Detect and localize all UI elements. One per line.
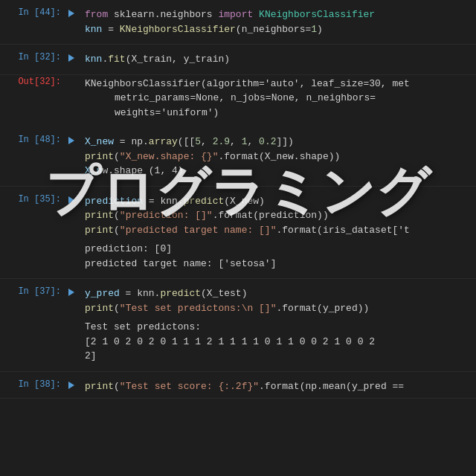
- run-button-44[interactable]: [67, 6, 80, 38]
- cell-label-38: In [38]:: [0, 378, 67, 396]
- cell-label-48: In [48]:: [0, 133, 67, 180]
- cell-content-35: prediction = knn.predict(X_new) print("p…: [80, 193, 476, 273]
- svg-marker-1: [68, 54, 74, 62]
- cell-label-37: In [37]:: [0, 285, 67, 365]
- run-button-38[interactable]: [67, 378, 80, 396]
- cell-content-44: from sklearn.neighbors import KNeighbors…: [80, 6, 476, 38]
- svg-marker-5: [68, 382, 74, 389]
- cell-label-44: In [44]:: [0, 6, 67, 38]
- output-32: Out[32]: KNeighborsClassifier(algorithm=…: [0, 75, 476, 128]
- svg-marker-4: [68, 289, 74, 296]
- cell-content-48: X_new = np.array([[5, 2.9, 1, 0.2]]) pri…: [80, 133, 476, 180]
- svg-marker-2: [68, 137, 74, 144]
- output-spacer-32: [67, 75, 80, 122]
- cell-48: In [48]: X_new = np.array([[5, 2.9, 1, 0…: [0, 127, 476, 187]
- output-content-32: KNeighborsClassifier(algorithm='auto', l…: [80, 75, 476, 122]
- output-label-32: Out[32]:: [0, 75, 67, 122]
- run-button-37[interactable]: [67, 285, 80, 365]
- cell-label-32: In [32]:: [0, 51, 67, 68]
- cell-35: In [35]: prediction = knn.predict(X_new)…: [0, 187, 476, 280]
- cell-label-35: In [35]:: [0, 193, 67, 273]
- cell-44: In [44]: from sklearn.neighbors import K…: [0, 0, 476, 45]
- run-button-48[interactable]: [67, 133, 80, 180]
- cell-content-38: print("Test set score: {:.2f}".format(np…: [80, 378, 476, 396]
- cell-37: In [37]: y_pred = knn.predict(X_test) pr…: [0, 279, 476, 372]
- svg-marker-3: [68, 196, 74, 204]
- run-button-32[interactable]: [67, 51, 80, 68]
- cell-38: In [38]: print("Test set score: {:.2f}".…: [0, 372, 476, 399]
- cell-32: In [32]: knn.fit(X_train, y_train): [0, 45, 476, 75]
- svg-marker-0: [68, 10, 74, 17]
- cell-content-37: y_pred = knn.predict(X_test) print("Test…: [80, 285, 476, 365]
- notebook: In [44]: from sklearn.neighbors import K…: [0, 0, 476, 476]
- run-button-35[interactable]: [67, 193, 80, 273]
- cell-content-32: knn.fit(X_train, y_train): [80, 51, 476, 68]
